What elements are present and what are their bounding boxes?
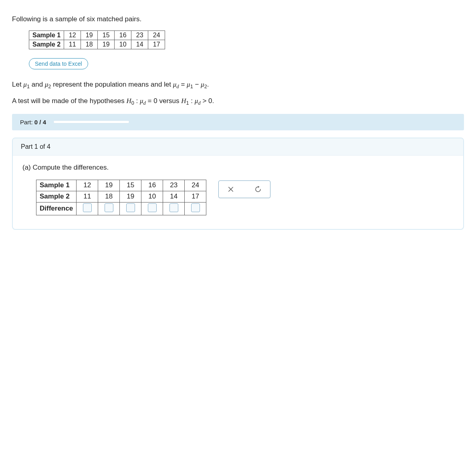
difference-row: Difference: [36, 202, 206, 215]
hypotheses-text: A test will be made of the hypotheses H0…: [12, 97, 464, 106]
question-text: (a) Compute the differences.: [22, 164, 454, 172]
mu-definition-text: Let μ1 and μ2 represent the population m…: [12, 81, 464, 90]
difference-input-6[interactable]: [191, 203, 200, 212]
row-label: Sample 1: [29, 31, 64, 40]
difference-input-5[interactable]: [169, 203, 178, 212]
table-row: Sample 2 11 18 19 10 14 17: [29, 40, 165, 49]
difference-input-2[interactable]: [105, 203, 113, 212]
answer-toolbox: [218, 180, 270, 198]
question-part-card: Part 1 of 4 (a) Compute the differences.…: [12, 138, 464, 230]
table-row: Sample 1 12 19 15 16 23 24: [29, 31, 165, 40]
row-label: Sample 1: [36, 180, 77, 191]
part-header: Part 1 of 4: [13, 138, 463, 156]
send-to-excel-button[interactable]: Send data to Excel: [29, 58, 88, 69]
difference-input-4[interactable]: [148, 203, 157, 212]
difference-input-3[interactable]: [126, 203, 135, 212]
table-row: Sample 2 11 18 19 10 14 17: [36, 191, 206, 202]
row-label: Sample 2: [29, 40, 64, 49]
reset-icon: [254, 186, 262, 193]
reset-button[interactable]: [253, 184, 263, 194]
progress-bar-row: Part: 0 / 4: [12, 114, 464, 130]
table-row: Sample 1 12 19 15 16 23 24: [36, 180, 206, 191]
clear-button[interactable]: [226, 184, 236, 194]
intro-text: Following is a sample of six matched pai…: [12, 15, 464, 23]
answer-table: Sample 1 12 19 15 16 23 24 Sample 2 11 1…: [36, 180, 206, 215]
row-label: Difference: [36, 202, 77, 215]
row-label: Sample 2: [36, 191, 77, 202]
difference-input-1[interactable]: [83, 203, 92, 212]
progress-bar: [53, 120, 129, 124]
sample-data-table: Sample 1 12 19 15 16 23 24 Sample 2 11 1…: [29, 30, 165, 49]
close-icon: [227, 186, 234, 193]
progress-label: Part: 0 / 4: [20, 119, 46, 126]
